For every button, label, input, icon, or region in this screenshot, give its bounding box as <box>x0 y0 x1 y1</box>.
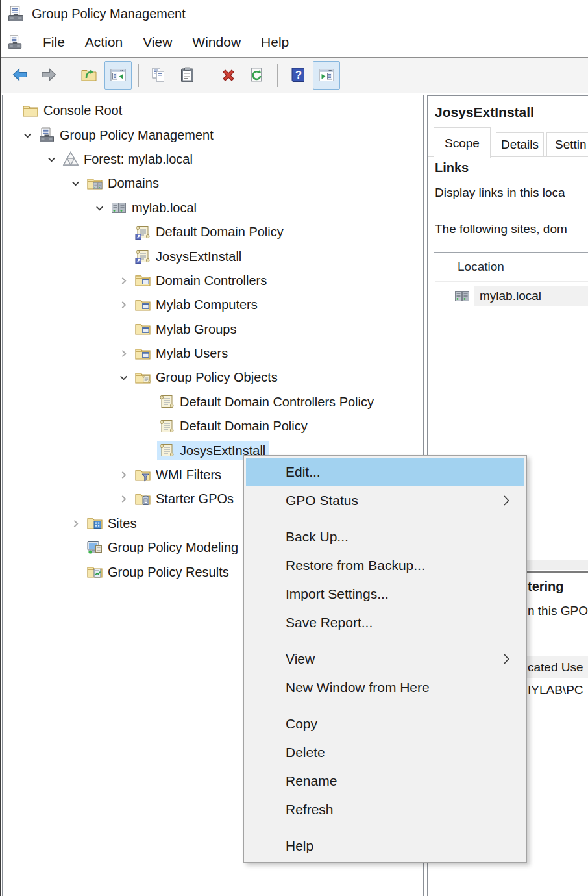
wmi-icon <box>134 467 151 484</box>
menu-action[interactable]: Action <box>85 34 123 50</box>
tab-settin[interactable]: Settin <box>546 132 588 157</box>
expander-placeholder <box>66 564 85 580</box>
tree-item-label: Group Policy Modeling <box>108 540 238 555</box>
context-menu-item-copy[interactable]: Copy <box>246 710 524 738</box>
context-menu-item-restore-from-backup[interactable]: Restore from Backup... <box>246 551 524 580</box>
context-menu-separator <box>252 706 520 706</box>
context-menu-item-help[interactable]: Help <box>246 832 524 860</box>
tree-item-label: Mylab Users <box>156 346 228 361</box>
chevron-right-icon[interactable] <box>114 297 133 314</box>
expander-placeholder <box>138 442 157 459</box>
context-menu-item-label: Copy <box>286 716 317 732</box>
tab-scope[interactable]: Scope <box>434 127 491 158</box>
window-title: Group Policy Management <box>32 6 186 21</box>
tree-item-mylab-users[interactable]: Mylab Users <box>3 342 423 366</box>
security-list-row-authenticated-users-clipped: cated Use <box>528 660 583 675</box>
security-filtering-heading-clipped: tering <box>528 579 564 594</box>
tree-item-label: WMI Filters <box>156 467 221 482</box>
tree-item-label: mylab.local <box>132 201 197 216</box>
context-menu-item-new-window-from-here[interactable]: New Window from Here <box>246 673 524 702</box>
tree-item-label: Console Root <box>43 103 122 118</box>
ou-icon <box>134 345 151 362</box>
chevron-right-icon[interactable] <box>114 467 133 484</box>
expander-placeholder <box>138 393 157 410</box>
context-menu-separator <box>252 519 520 519</box>
tree-item-mylab-groups[interactable]: Mylab Groups <box>3 317 423 342</box>
chevron-right-icon[interactable] <box>66 515 85 532</box>
location-column-header[interactable]: Location <box>458 260 504 274</box>
context-menu-item-save-report[interactable]: Save Report... <box>246 608 524 637</box>
tree-item-console-root[interactable]: Console Root <box>3 99 423 123</box>
forward-button[interactable] <box>35 61 62 90</box>
context-menu-item-rename[interactable]: Rename <box>246 767 524 795</box>
tree-item-default-domain-controllers-policy[interactable]: Default Domain Controllers Policy <box>3 390 423 414</box>
context-menu-item-delete[interactable]: Delete <box>246 738 524 767</box>
context-menu-item-back-up[interactable]: Back Up... <box>246 523 524 551</box>
gpo-icon <box>158 442 175 459</box>
chevron-right-icon[interactable] <box>114 272 133 289</box>
delete-button[interactable] <box>215 61 242 90</box>
context-menu-item-gpo-status[interactable]: GPO Status <box>246 486 524 515</box>
menu-window[interactable]: Window <box>192 34 241 50</box>
toolbar: ? <box>1 57 588 93</box>
copy-button[interactable] <box>145 61 173 90</box>
tree-item-label: Mylab Computers <box>156 297 258 312</box>
chevron-down-icon[interactable] <box>42 151 61 168</box>
sites-icon <box>86 515 103 532</box>
tree-item-label: Default Domain Controllers Policy <box>180 395 374 410</box>
chevron-right-icon[interactable] <box>114 345 133 362</box>
tree-item-domains[interactable]: Domains <box>3 171 423 195</box>
tree-item-default-domain-policy[interactable]: Default Domain Policy <box>3 220 423 244</box>
gpofolder-icon <box>134 369 151 386</box>
chevron-right-icon[interactable] <box>114 491 133 508</box>
ou-icon <box>134 321 151 338</box>
toolbar-separator <box>138 64 139 87</box>
tree-icon <box>109 66 127 84</box>
menu-view[interactable]: View <box>143 34 172 50</box>
domain-icon <box>454 288 471 305</box>
context-menu-item-import-settings[interactable]: Import Settings... <box>246 580 524 608</box>
gpmc-window: Group Policy Management FileActionViewWi… <box>0 0 588 896</box>
show-hide-console-tree-button[interactable] <box>104 61 132 90</box>
chevron-down-icon[interactable] <box>114 369 133 386</box>
tree-item-mylab-local[interactable]: mylab.local <box>3 196 423 220</box>
tree-item-mylab-computers[interactable]: Mylab Computers <box>3 293 423 317</box>
tree-item-domain-controllers[interactable]: Domain Controllers <box>3 269 423 293</box>
gpolink-icon <box>134 248 151 265</box>
context-menu-item-view[interactable]: View <box>246 645 524 673</box>
security-filtering-text-clipped: n this GPO <box>528 604 588 618</box>
chevron-down-icon[interactable] <box>66 175 85 192</box>
menu-file[interactable]: File <box>43 34 65 50</box>
gpmc-icon <box>38 127 55 143</box>
tree-item-forest-mylab-local[interactable]: Forest: mylab.local <box>3 147 423 171</box>
refresh-button[interactable] <box>243 61 271 90</box>
tab-details[interactable]: Details <box>496 132 544 157</box>
context-menu-item-label: Help <box>286 838 313 854</box>
paste-button[interactable] <box>174 61 201 90</box>
title-bar: Group Policy Management <box>1 0 588 27</box>
context-menu-separator <box>252 828 520 828</box>
context-menu-item-refresh[interactable]: Refresh <box>246 795 524 824</box>
tree-item-default-domain-policy[interactable]: Default Domain Policy <box>3 414 423 438</box>
tree-item-josysextinstall[interactable]: JosysExtInstall <box>3 244 423 268</box>
context-menu-item-edit[interactable]: Edit... <box>246 458 524 486</box>
context-menu-item-label: Import Settings... <box>286 586 389 602</box>
expander-placeholder <box>114 321 133 338</box>
context-menu-item-label: Edit... <box>286 464 321 480</box>
context-menu-item-label: Delete <box>286 745 325 760</box>
chevron-down-icon[interactable] <box>90 199 109 216</box>
location-row-mylab-local[interactable]: mylab.local <box>454 285 588 307</box>
up-one-level-button[interactable] <box>76 61 103 90</box>
folder-icon <box>22 103 39 119</box>
context-menu-item-label: Save Report... <box>286 615 373 630</box>
copy-icon <box>150 66 168 84</box>
tree-item-group-policy-objects[interactable]: Group Policy Objects <box>3 366 423 390</box>
toolbar-separator <box>69 64 69 87</box>
show-hide-action-pane-button[interactable] <box>313 61 340 90</box>
chevron-down-icon[interactable] <box>18 127 37 143</box>
menu-help[interactable]: Help <box>261 34 289 50</box>
back-button[interactable] <box>6 61 34 90</box>
context-menu-item-label: Rename <box>286 773 337 789</box>
help-button[interactable]: ? <box>284 61 312 90</box>
tree-item-group-policy-management[interactable]: Group Policy Management <box>3 123 423 147</box>
